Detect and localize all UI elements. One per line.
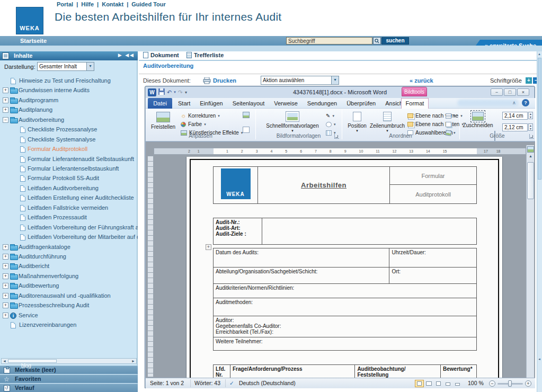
web-layout-view-icon[interactable]: [434, 380, 443, 387]
display-select[interactable]: Gesamter Inhalt ▾: [37, 62, 94, 71]
tab-verweise[interactable]: Verweise: [269, 98, 303, 109]
scrollbar-thumb[interactable]: [527, 162, 534, 199]
tab-format-active[interactable]: Format: [401, 98, 429, 109]
tab-einfuegen[interactable]: Einfügen: [195, 98, 227, 109]
compress-picture-icon[interactable]: [243, 112, 250, 118]
tree-item-label[interactable]: Hinweise zu Test und Freischaltung: [19, 77, 111, 84]
weka-logo[interactable]: WEKA: [16, 7, 43, 34]
expander-icon[interactable]: +: [3, 302, 8, 308]
expander-icon[interactable]: +: [3, 313, 8, 318]
scroll-up-icon[interactable]: ▲: [538, 52, 541, 56]
audit-meta-value-cell[interactable]: [262, 218, 477, 245]
scroll-left-icon[interactable]: ◄: [538, 358, 541, 361]
draft-view-icon[interactable]: [453, 380, 462, 387]
tree-item-label[interactable]: Auditfragenkataloge: [19, 244, 70, 250]
expander-icon[interactable]: +: [3, 254, 8, 260]
tree-item-label[interactable]: Leitfaden Erstellung einer Auditchecklis…: [28, 194, 134, 201]
tree-item-label[interactable]: Prozessbeschreibung Audit: [19, 302, 89, 308]
table-move-handle[interactable]: +: [206, 244, 211, 250]
chevron-down-icon[interactable]: ▾: [331, 76, 339, 84]
tab-ueberpruefen[interactable]: Überprüfen: [342, 98, 380, 109]
width-spinner[interactable]: ▲▼: [528, 123, 533, 131]
bildeffekte-button[interactable]: ▾: [326, 120, 336, 128]
expander-icon[interactable]: +: [3, 244, 8, 250]
merkliste-bar[interactable]: Merkliste (leer): [0, 366, 138, 374]
tree-item-label[interactable]: Auditbewertung: [19, 282, 59, 289]
back-link[interactable]: « zurück: [410, 77, 433, 84]
tab-seitenlayout[interactable]: Seitenlayout: [228, 98, 270, 109]
tree-item-label[interactable]: Auditdurchführung: [19, 253, 66, 260]
tree-item-label[interactable]: Leitfaden Vorbereitung der Führungskraft…: [28, 224, 138, 230]
link-hilfe[interactable]: Hilfe: [81, 1, 94, 7]
word-titlebar[interactable]: 434376148[1].docx - Microsoft Word: [145, 86, 535, 98]
expander-icon[interactable]: −: [3, 117, 8, 123]
ebene-nach-hinten-button[interactable]: Ebene nach hinten▾: [407, 120, 464, 128]
link-portal[interactable]: Portal: [57, 1, 73, 7]
tab-start[interactable]: Start: [173, 98, 195, 109]
page-indicator[interactable]: Seite: 1 von 2: [150, 380, 184, 386]
group-button[interactable]: [446, 120, 451, 128]
document-page[interactable]: WEKA Arbeitshilfen Formular Auditprotoko…: [186, 157, 502, 378]
collapse-ribbon-icon[interactable]: ∧: [512, 100, 516, 105]
tree-item-label[interactable]: Auditbericht: [19, 263, 49, 269]
form-field[interactable]: Auditmethoden:: [214, 298, 477, 316]
startseite-link[interactable]: Startseite: [20, 38, 47, 44]
tab-trefferliste[interactable]: Trefferliste: [186, 52, 224, 58]
tree-item-label[interactable]: Leitfaden Fallstricke vermeiden: [28, 204, 108, 211]
farbe-button[interactable]: Farbe▾: [181, 120, 206, 128]
printer-icon[interactable]: [203, 77, 211, 86]
zoom-in-button[interactable]: +: [525, 380, 531, 387]
search-input[interactable]: [286, 37, 372, 44]
undo-dropdown-icon[interactable]: ▾: [174, 90, 176, 94]
restore-button[interactable]: □: [504, 88, 516, 96]
tree-item-label[interactable]: Leitfaden Auditvorbereitung: [28, 185, 99, 191]
expander-icon[interactable]: +: [3, 263, 8, 269]
tab-datei[interactable]: Datei: [148, 98, 172, 109]
zoom-out-button[interactable]: −: [489, 380, 495, 387]
tree-item-label[interactable]: Checkliste Systemanalyse: [28, 136, 95, 142]
word-count[interactable]: Wörter: 43: [194, 380, 220, 386]
link-kontakt[interactable]: Kontakt: [102, 1, 123, 7]
shape-width-field[interactable]: 2,12 cm: [502, 123, 528, 131]
tree-item-label[interactable]: Auditvorbereitung: [19, 117, 64, 123]
form-field[interactable]: Ort:: [389, 268, 477, 284]
search-icon[interactable]: [373, 37, 381, 44]
scroll-up-icon[interactable]: ▲: [527, 154, 534, 158]
fontsize-increase-button[interactable]: +: [526, 77, 532, 84]
tree-item-label[interactable]: Checkliste Prozessanalyse: [28, 126, 97, 132]
chevron-down-icon[interactable]: ▾: [86, 63, 94, 70]
dialog-launcher-icon[interactable]: [529, 134, 534, 139]
ruler-toggle-icon[interactable]: [527, 146, 534, 153]
expander-icon[interactable]: +: [3, 273, 8, 279]
form-field[interactable]: Datum des Audits:: [214, 248, 389, 268]
shape-height-field[interactable]: 2,14 cm: [502, 112, 528, 120]
save-icon[interactable]: [158, 88, 165, 96]
verlauf-bar[interactable]: Verlauf: [0, 384, 138, 392]
expander-icon[interactable]: +: [3, 107, 8, 113]
qat-customize-icon[interactable]: ▾: [185, 90, 187, 95]
tree-item-label[interactable]: Auditorenauswahl und -qualifikation: [19, 292, 111, 299]
scroll-right-icon[interactable]: ►: [131, 359, 135, 363]
form-field[interactable]: Uhrzeit/Dauer:: [389, 248, 477, 268]
tree-item-label[interactable]: Formular Lieferantenselbstauskunft: [28, 165, 119, 172]
outline-view-icon[interactable]: [443, 380, 452, 387]
form-field[interactable]: Auditkriterien/Normen/Richtlinien:: [214, 284, 477, 298]
height-spinner[interactable]: ▲▼: [528, 112, 533, 119]
document-vertical-scrollbar[interactable]: ▲: [526, 145, 534, 378]
spellcheck-icon[interactable]: ✓: [229, 380, 234, 386]
search-button[interactable]: suchen: [381, 37, 409, 44]
scrollbar-thumb[interactable]: [8, 359, 57, 363]
align-button[interactable]: ▾: [446, 112, 456, 120]
tree-item-label[interactable]: Maßnahmenverfolgung: [19, 273, 78, 279]
tree-item-label[interactable]: Lizenzvereinbarungen: [19, 322, 76, 328]
vertical-ruler[interactable]: [147, 156, 154, 377]
tree-item-label[interactable]: Auditprogramm: [19, 97, 58, 103]
expander-icon[interactable]: +: [3, 283, 8, 289]
print-link[interactable]: Drucken: [213, 77, 236, 84]
favoriten-bar[interactable]: ☆ Favoriten: [0, 375, 138, 383]
link-guided-tour[interactable]: Guided Tour: [131, 1, 166, 7]
scroll-left-icon[interactable]: ◄: [3, 359, 6, 363]
undo-icon[interactable]: ↶: [167, 89, 172, 96]
form-field[interactable]: Abteilung/Organisation/Sachgebiet/Schich…: [214, 268, 389, 284]
change-picture-icon[interactable]: [243, 127, 250, 133]
